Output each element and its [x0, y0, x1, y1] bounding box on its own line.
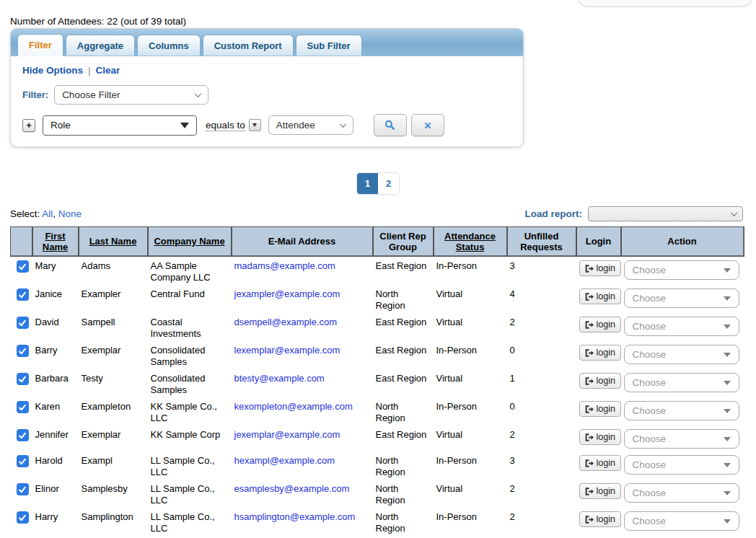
row-checkbox[interactable]	[17, 288, 29, 301]
row-checkbox[interactable]	[17, 429, 29, 441]
login-button[interactable]: login	[579, 429, 621, 445]
column-header-last-name[interactable]: Last Name	[79, 227, 148, 256]
table-row: MaryAdamsAA Sample Company LLCmadams@exa…	[11, 256, 744, 285]
action-select[interactable]: Choose	[624, 373, 739, 392]
login-button[interactable]: login	[579, 345, 621, 361]
unfilled-requests-cell: 3	[507, 451, 576, 479]
row-checkbox[interactable]	[17, 483, 29, 495]
action-select[interactable]: Choose	[624, 401, 739, 420]
row-checkbox[interactable]	[17, 317, 29, 329]
email-link[interactable]: hsamplington@example.com	[234, 511, 356, 522]
action-select[interactable]: Choose	[624, 483, 739, 503]
column-header-first-name[interactable]: First Name	[32, 227, 79, 256]
email-cell: jexemplar@example.com	[232, 425, 373, 451]
triangle-down-icon	[724, 519, 731, 524]
load-report-group: Load report:	[525, 206, 744, 221]
tab-aggregate[interactable]: Aggregate	[66, 35, 135, 56]
table-row: HarrySamplingtonLL Sample Co., LLChsampl…	[11, 507, 744, 535]
row-checkbox[interactable]	[17, 345, 29, 357]
sign-in-icon	[584, 487, 594, 496]
client-rep-group-cell: North Region	[373, 397, 434, 425]
login-button[interactable]: login	[579, 373, 621, 389]
select-links: Select: All, None	[10, 208, 82, 219]
action-select[interactable]: Choose	[624, 288, 739, 308]
column-header-label: E-Mail Address	[268, 236, 335, 247]
login-button[interactable]: login	[579, 401, 621, 417]
tab-custom-report[interactable]: Custom Report	[203, 35, 294, 56]
tab-filter[interactable]: Filter	[17, 34, 63, 56]
chevron-down-icon	[195, 90, 202, 97]
check-icon	[18, 431, 27, 440]
clear-link[interactable]: Clear	[96, 65, 120, 76]
tab-columns[interactable]: Columns	[137, 35, 201, 56]
column-header-checkbox	[11, 227, 32, 256]
action-select[interactable]: Choose	[624, 429, 739, 449]
sign-in-icon	[584, 348, 594, 358]
client-rep-group-cell: East Region	[373, 340, 434, 369]
filter-panel-body: Hide Options|Clear Filter: Choose Filter…	[11, 56, 523, 146]
login-cell: login	[576, 479, 621, 507]
email-link[interactable]: kexompleton@example.com	[234, 401, 353, 412]
email-link[interactable]: madams@example.com	[234, 260, 335, 271]
row-checkbox[interactable]	[17, 511, 29, 524]
login-button[interactable]: login	[579, 260, 621, 276]
action-select[interactable]: Choose	[624, 511, 739, 531]
row-checkbox[interactable]	[17, 373, 29, 385]
page-button-2[interactable]: 2	[378, 173, 399, 194]
field-dropdown[interactable]: Role	[43, 115, 197, 136]
login-button[interactable]: login	[579, 317, 621, 332]
action-select[interactable]: Choose	[624, 317, 739, 336]
page-group: 12	[356, 172, 400, 195]
hide-options-link[interactable]: Hide Options	[22, 65, 83, 76]
email-link[interactable]: hexampl@example.com	[234, 455, 335, 466]
column-header-attendance-status[interactable]: Attendance Status	[434, 227, 507, 256]
email-link[interactable]: lexemplar@example.com	[234, 345, 340, 356]
email-link[interactable]: esamplesby@example.com	[234, 483, 350, 494]
value-select[interactable]: Attendee	[268, 115, 353, 135]
login-button-label: login	[597, 514, 615, 524]
row-checkbox[interactable]	[17, 455, 29, 467]
column-header-label: Company Name	[154, 236, 224, 247]
login-button-label: login	[597, 458, 615, 468]
triangle-down-icon	[180, 123, 189, 128]
email-link[interactable]: btesty@example.com	[234, 373, 325, 384]
first-name-cell: Jennifer	[32, 425, 79, 451]
tab-sub-filter[interactable]: Sub Filter	[296, 35, 362, 56]
action-select[interactable]: Choose	[624, 260, 739, 280]
row-checkbox[interactable]	[17, 401, 29, 413]
select-label: Select:	[10, 208, 40, 219]
attendance-status-cell: Virtual	[434, 312, 507, 340]
login-button[interactable]: login	[579, 483, 621, 499]
add-condition-button[interactable]: +	[22, 119, 35, 132]
magnifier-icon	[384, 120, 395, 131]
email-link[interactable]: jexemplar@example.com	[234, 429, 340, 440]
table-row: HaroldExamplLL Sample Co., LLChexampl@ex…	[11, 451, 744, 479]
last-name-cell: Samplington	[79, 507, 148, 535]
select-all-link[interactable]: All	[42, 208, 53, 219]
email-cell: dsempell@example.com	[232, 312, 373, 340]
action-select[interactable]: Choose	[624, 345, 739, 364]
first-name-cell: Karen	[32, 397, 79, 425]
action-cell: Choose	[621, 312, 744, 340]
login-button[interactable]: login	[579, 455, 621, 471]
load-report-select[interactable]	[588, 206, 743, 221]
action-select[interactable]: Choose	[624, 455, 739, 475]
page-button-1[interactable]: 1	[357, 173, 378, 194]
email-cell: madams@example.com	[232, 256, 373, 285]
clear-filter-button[interactable]: ✕	[411, 114, 444, 136]
login-button[interactable]: login	[579, 288, 621, 304]
search-button[interactable]	[374, 114, 407, 136]
choose-filter-select[interactable]: Choose Filter	[54, 85, 208, 105]
row-checkbox[interactable]	[17, 260, 29, 273]
table-row: KarenExampletonKK Sample Co., LLCkexompl…	[11, 397, 744, 425]
select-none-link[interactable]: None	[58, 208, 82, 219]
attendees-table: First NameLast NameCompany NameE-Mail Ad…	[10, 226, 744, 538]
login-button[interactable]: login	[579, 511, 621, 527]
login-cell: login	[576, 507, 621, 535]
load-report-label: Load report:	[525, 208, 583, 219]
operator-dropdown[interactable]	[249, 119, 261, 131]
first-name-cell: David	[32, 312, 79, 340]
email-link[interactable]: dsempell@example.com	[234, 317, 338, 327]
column-header-company-name[interactable]: Company Name	[148, 227, 232, 256]
email-link[interactable]: jexampler@example.com	[234, 288, 340, 299]
